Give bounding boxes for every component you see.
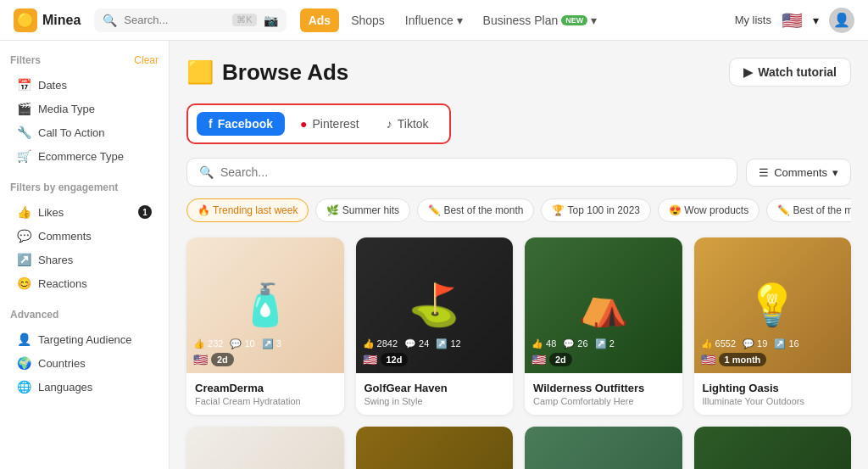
sidebar-item-comments[interactable]: 💬 Comments [10, 224, 159, 248]
facebook-icon: f [209, 117, 213, 131]
time-badge: 1 month [719, 353, 767, 366]
language-flag[interactable]: 🇺🇸 [782, 10, 803, 31]
product-card[interactable]: 💡 🇺🇸 1 month 👍 6552 💬 19 ↗️ 16 Lighting … [694, 237, 852, 415]
sidebar-item-targeting[interactable]: 👤 Targeting Audience [10, 327, 159, 351]
page-title-text: Browse Ads [222, 59, 348, 86]
sort-icon: ☰ [759, 166, 769, 179]
user-avatar[interactable]: 👤 [829, 8, 854, 33]
sidebar-item-shares[interactable]: ↗️ Shares [10, 248, 159, 271]
sidebar-item-label: Likes [38, 206, 64, 219]
main-search-input[interactable] [220, 165, 725, 179]
nav-shops[interactable]: Shops [342, 8, 393, 32]
targeting-icon: 👤 [17, 332, 31, 346]
logo-text: Minea [42, 13, 81, 28]
camera-icon[interactable]: 📷 [264, 14, 278, 27]
product-card[interactable]: 🌿 🇺🇸 5d 👍 312 💬 8 ↗️ 5 NatureCraft Handm… [186, 427, 344, 469]
page-header: 🟨 Browse Ads ▶ Watch tutorial [186, 58, 851, 87]
sidebar-item-ecommerce[interactable]: 🛒 Ecommerce Type [10, 144, 159, 168]
navbar: 🟡 Minea 🔍 ⌘K 📷 Ads Shops Influence ▾ Bus… [0, 0, 868, 41]
comments-icon: 💬 [17, 229, 31, 243]
sidebar-item-reactions[interactable]: 😊 Reactions [10, 271, 159, 295]
search-shortcut: ⌘K [232, 14, 256, 26]
sidebar-item-dates[interactable]: 📅 Dates [10, 73, 159, 97]
chip-trending[interactable]: 🔥 Trending last week [186, 198, 309, 222]
search-icon: 🔍 [103, 14, 117, 27]
sidebar-item-countries[interactable]: 🌍 Countries [10, 351, 159, 375]
languages-icon: 🌐 [17, 380, 31, 394]
chip-top100[interactable]: 🏆 Top 100 in 2023 [541, 198, 651, 222]
comments-stat: 💬 19 [743, 338, 767, 349]
nav-influence[interactable]: Influence ▾ [397, 8, 471, 32]
page-title: 🟨 Browse Ads [186, 59, 348, 86]
country-flag: 🇺🇸 [531, 353, 546, 366]
sidebar-item-media-type[interactable]: 🎬 Media Type [10, 97, 159, 120]
product-card[interactable]: 🪵 🇺🇸 3d 👍 892 💬 14 ↗️ 9 WoodArt Studio T… [356, 427, 514, 469]
product-card[interactable]: 🧴 🇺🇸 2d 👍 232 💬 10 ↗️ 3 CreamDerma Facia… [186, 237, 344, 415]
page-layout: Filters Clear 📅 Dates 🎬 Media Type 🔧 Cal… [0, 41, 868, 469]
watch-tutorial-button[interactable]: ▶ Watch tutorial [729, 58, 851, 87]
tiktok-icon: ♪ [387, 117, 392, 131]
tab-pinterest[interactable]: ● Pinterest [288, 112, 371, 136]
shares-stat: ↗️ 2 [595, 338, 615, 349]
tab-facebook[interactable]: f Facebook [197, 112, 285, 136]
chip-label: 🏆 Top 100 in 2023 [552, 204, 640, 216]
sidebar-item-label: Reactions [38, 277, 87, 290]
likes-icon: 👍 [17, 205, 31, 219]
product-thumbnail: ✨ [694, 427, 852, 469]
chip-wow-products[interactable]: 😍 Wow products [658, 198, 760, 222]
my-lists-button[interactable]: My lists [735, 14, 771, 26]
filter-chips: 🔥 Trending last week 🌿 Summer hits ✏️ Be… [186, 198, 851, 222]
sidebar-item-label: Call To Action [38, 126, 105, 139]
tab-label: Facebook [218, 117, 273, 131]
sidebar-item-cta[interactable]: 🔧 Call To Action [10, 120, 159, 144]
card-badge-row: 🇺🇸 12d [363, 353, 507, 366]
time-badge: 2d [549, 353, 572, 366]
comments-stat: 💬 26 [563, 338, 587, 349]
product-card[interactable]: ✨ 🇺🇸 4d 👍 980 💬 22 ↗️ 11 StyleGlow Radia… [694, 427, 852, 469]
card-image: ⛳ 🇺🇸 12d 👍 2842 💬 24 ↗️ 12 [356, 237, 514, 373]
main-search-bar[interactable]: 🔍 [186, 158, 737, 187]
tab-label: Tiktok [398, 117, 429, 131]
search-icon-main: 🔍 [199, 165, 214, 179]
country-flag: 🇺🇸 [701, 353, 715, 366]
search-sort-row: 🔍 ☰ Comments ▾ [186, 158, 851, 187]
pinterest-icon: ● [300, 117, 307, 131]
chip-best-month-2[interactable]: ✏️ Best of the month [766, 198, 851, 222]
chip-best-month-1[interactable]: ✏️ Best of the month [417, 198, 534, 222]
card-stats-overlay: 👍 48 💬 26 ↗️ 2 [531, 338, 676, 349]
nav-right: My lists 🇺🇸 ▾ 👤 [735, 8, 854, 33]
nav-ads[interactable]: Ads [300, 8, 339, 32]
sidebar-item-likes[interactable]: 👍 Likes 1 [10, 200, 159, 224]
play-icon: ▶ [743, 65, 753, 79]
nav-business-plan[interactable]: Business Plan NEW ▾ [475, 8, 606, 32]
likes-stat: 👍 2842 [363, 338, 398, 349]
country-flag: 🇺🇸 [193, 353, 208, 366]
search-input[interactable] [124, 14, 225, 26]
chevron-down-icon-2: ▾ [591, 14, 597, 27]
product-grid: 🧴 🇺🇸 2d 👍 232 💬 10 ↗️ 3 CreamDerma Facia… [186, 237, 851, 469]
sidebar-item-languages[interactable]: 🌐 Languages [10, 375, 159, 399]
likes-stat: 👍 6552 [701, 338, 737, 349]
product-card[interactable]: 💪 🇺🇸 8d 👍 1204 💬 31 ↗️ 7 FlexFit Pro Str… [525, 427, 682, 469]
tab-tiktok[interactable]: ♪ Tiktok [375, 112, 441, 136]
product-thumbnail: 💪 [525, 427, 682, 469]
likes-stat: 👍 232 [193, 338, 223, 349]
product-card[interactable]: ⛺ 🇺🇸 2d 👍 48 💬 26 ↗️ 2 Wilderness Outfit… [525, 237, 682, 415]
logo[interactable]: 🟡 Minea [14, 8, 81, 32]
filters-label: Filters [10, 54, 41, 66]
card-image: 🧴 🇺🇸 2d 👍 232 💬 10 ↗️ 3 [186, 237, 344, 373]
card-image: 🪵 🇺🇸 3d 👍 892 💬 14 ↗️ 9 [356, 427, 514, 469]
navbar-search[interactable]: 🔍 ⌘K 📷 [94, 8, 286, 32]
chip-summer[interactable]: 🌿 Summer hits [315, 198, 410, 222]
shares-stat: ↗️ 16 [774, 338, 798, 349]
chevron-down-icon: ▾ [457, 14, 463, 27]
product-card[interactable]: ⛳ 🇺🇸 12d 👍 2842 💬 24 ↗️ 12 GolfGear Have… [356, 237, 514, 415]
sort-button[interactable]: ☰ Comments ▾ [746, 159, 851, 187]
sidebar-item-label: Languages [38, 381, 92, 394]
country-flag: 🇺🇸 [363, 353, 377, 366]
clear-filters-button[interactable]: Clear [134, 54, 159, 66]
product-description: Camp Comfortably Here [533, 396, 674, 406]
chevron-down-icon-lang[interactable]: ▾ [813, 14, 819, 27]
ecommerce-icon: 🛒 [17, 149, 31, 163]
card-image: ⛺ 🇺🇸 2d 👍 48 💬 26 ↗️ 2 [525, 237, 682, 373]
